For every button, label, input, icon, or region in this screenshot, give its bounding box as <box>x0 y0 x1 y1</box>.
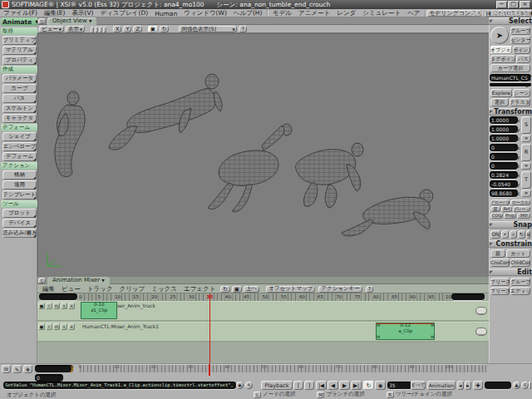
module-menu-3[interactable]: シミュレート <box>359 9 404 17</box>
menu-item-0[interactable]: ファイル(F) <box>0 9 41 17</box>
menu-item-4[interactable]: Human <box>151 10 180 17</box>
menu-item-5[interactable]: ウィンドウ(W) <box>180 9 230 17</box>
module-menu-1[interactable]: アニメート <box>295 9 333 17</box>
prop-button[interactable]: Prop <box>504 213 516 219</box>
transform-s-z-field[interactable]: 1.0000 <box>490 135 518 142</box>
animation-menu-button[interactable]: Animation <box>427 381 456 390</box>
rot360-button[interactable]: 360 <box>517 213 530 219</box>
sidebar-item[interactable]: プロパティ◢ <box>2 56 37 65</box>
transform-r-x-field[interactable]: 0 <box>490 144 518 151</box>
step-back-icon[interactable]: ◂ <box>457 381 464 390</box>
track-add-icon[interactable]: + <box>68 303 75 309</box>
pick-cursor-icon[interactable]: ✚ <box>473 381 483 390</box>
module-menu-2[interactable]: レンダ <box>333 9 359 17</box>
sidebar-item[interactable]: パラメータ◢ <box>2 74 37 83</box>
timeline-start-field[interactable]: 0 <box>35 374 63 382</box>
transform-t-y-field[interactable]: -0.0540 <box>490 180 518 188</box>
sidebar-item[interactable]: パス◢ <box>2 94 37 103</box>
selection-name-field[interactable]: HumanCTL_CS_waist <box>490 74 531 81</box>
mixer-lock-icon[interactable]: ▣ <box>232 286 242 293</box>
track-enable-icon[interactable]: ● <box>38 303 45 309</box>
realtime-button[interactable]: ◉ <box>375 381 386 390</box>
mixer-ruler[interactable]: 0510152025303540455055606570758085909510… <box>81 293 485 301</box>
display-color-dropdown[interactable]: 関係色表示(S)▼ <box>179 26 237 32</box>
offset-map-button[interactable]: オフセットマップ <box>266 286 315 293</box>
sidebar-item[interactable]: デバイス◢ <box>2 219 37 228</box>
prev-frame-button[interactable]: ◀ <box>328 381 338 390</box>
view-menu-button[interactable]: ビュー▼ <box>39 26 64 32</box>
first-frame-button[interactable]: |◀ <box>316 381 327 390</box>
sidebar-item[interactable]: カーブ◢ <box>2 84 37 93</box>
track-solo-icon[interactable]: s <box>61 303 67 309</box>
local-mode-button[interactable]: ローカル <box>510 200 530 205</box>
action-clip[interactable]: 0-12a_ClipMMMM <box>376 323 435 340</box>
mixer-menu-2[interactable]: トラック <box>84 285 116 293</box>
mixer-end-field[interactable] <box>451 293 485 300</box>
point-filter-button[interactable]: ポイント <box>513 46 530 54</box>
sidebar-item[interactable]: テンプレート◢ <box>2 190 37 200</box>
maximize-button[interactable]: □ <box>508 1 519 8</box>
grab-hand-icon[interactable]: ✥ <box>23 365 32 373</box>
mixer-menu-1[interactable]: ビュー <box>58 285 84 293</box>
sidebar-item[interactable]: 読み込み/書き込み◢ <box>2 229 37 238</box>
snap-options-icon[interactable]: ≡ <box>526 230 530 239</box>
snap-rotate-icon[interactable]: ↻ <box>518 230 525 239</box>
menu-item-3[interactable]: ディスプレイ(D) <box>96 9 151 17</box>
edit-edit-button[interactable]: エディット <box>510 287 530 295</box>
track-ripple-icon[interactable]: r <box>46 303 52 309</box>
mixer-playhead[interactable] <box>209 293 210 363</box>
track-mute-icon[interactable]: m <box>53 323 60 330</box>
memo-cam-2[interactable] <box>95 27 98 32</box>
timeline-playhead[interactable] <box>209 364 210 376</box>
snap-point-icon[interactable]: • <box>501 230 509 239</box>
track-solo-icon[interactable]: s <box>61 323 67 330</box>
mixer-menu-5[interactable]: エフェクト <box>180 285 219 293</box>
transform-r-mode-button[interactable]: R <box>521 144 531 161</box>
tag-point-filter-button[interactable]: タグポイント <box>490 55 515 63</box>
track-enable-icon[interactable]: ● <box>38 323 45 330</box>
sidebar-item[interactable]: シェイプ◢ <box>2 132 37 141</box>
lock-icon[interactable]: ▣ <box>148 26 158 32</box>
mixer-refresh-icon[interactable]: ↻ <box>220 286 229 293</box>
action-key-button[interactable]: アクションキー <box>318 286 362 293</box>
all-frames-button[interactable]: すべて <box>411 381 426 390</box>
snap-on-button[interactable]: ON <box>490 230 500 239</box>
transform-s-mode-button[interactable]: S <box>521 116 531 134</box>
object-filter-button[interactable]: オブジェクト <box>490 46 512 54</box>
command-exec-icon[interactable]: ◉ <box>236 382 244 389</box>
menu-item-1[interactable]: 編集(E) <box>41 9 69 17</box>
refresh-icon[interactable]: ↻ <box>160 26 169 32</box>
script-editor-icon[interactable]: ✎ <box>245 382 253 389</box>
cog-button[interactable]: COG <box>490 213 503 219</box>
snap-grid-icon[interactable]: ⌗ <box>510 230 517 239</box>
plane-button[interactable]: プレーン <box>513 206 530 212</box>
track-ripple-icon[interactable]: r <box>46 323 52 330</box>
scene-button[interactable]: シーン <box>513 89 530 97</box>
menu-item-2[interactable]: 表示(V) <box>68 9 96 17</box>
viewport-tab[interactable]: Object View ▼ <box>47 17 96 25</box>
track-add-icon[interactable]: + <box>68 323 75 330</box>
command-line[interactable]: SetValue "HumanCTL.Mixer.Mixer_Anim_Trac… <box>3 382 236 389</box>
show-menu-button[interactable]: 表示▼ <box>66 26 85 32</box>
mixer-help-button[interactable]: ? <box>366 286 373 293</box>
range-in-button[interactable]: [ <box>293 381 303 390</box>
ref-button[interactable]: Ref <box>501 206 512 212</box>
transform-r-y-field[interactable]: 0 <box>490 153 518 160</box>
module-menu-4[interactable]: ヘア <box>404 9 423 17</box>
global-mode-button[interactable]: グローバル <box>490 200 510 205</box>
curve-select-button[interactable]: カーブ選択 <box>490 64 530 72</box>
sidebar-item[interactable]: プリミティブ◢ <box>2 36 37 45</box>
mixer-menu-3[interactable]: クリップ <box>116 285 149 293</box>
sidebar-item[interactable]: スケルトン◢ <box>2 104 37 113</box>
chldcomp-button[interactable]: ChldComp <box>510 259 530 267</box>
axis-y-button[interactable]: Y <box>123 26 131 32</box>
transform-t-x-field[interactable]: 0.2824 <box>490 171 518 179</box>
mixer-resize-icon[interactable]: ◱ <box>38 278 46 283</box>
constrain-parent-button[interactable]: 親 <box>490 249 505 258</box>
group-button[interactable]: グループ <box>510 27 530 35</box>
edge-handle[interactable] <box>529 382 531 389</box>
layout-views-icon[interactable]: ⧉ <box>2 365 11 373</box>
explore-button[interactable]: Explore <box>490 89 512 97</box>
sidebar-item[interactable]: エンベロープ◢ <box>2 142 37 151</box>
center-button[interactable]: センター <box>510 36 530 44</box>
